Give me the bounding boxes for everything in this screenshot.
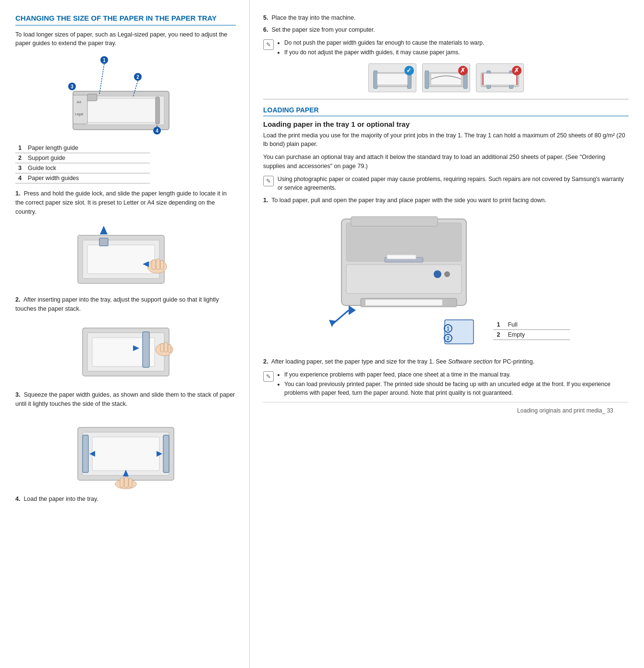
svg-text:3: 3 bbox=[71, 84, 73, 89]
svg-rect-33 bbox=[143, 332, 149, 367]
svg-point-72 bbox=[434, 270, 441, 278]
svg-rect-43 bbox=[163, 435, 169, 473]
left-section-title: CHANGING THE SIZE OF THE PAPER IN THE PA… bbox=[15, 13, 236, 25]
check-mark: ✓ bbox=[404, 66, 414, 75]
note-icon-2: ✎ bbox=[263, 176, 274, 186]
svg-rect-6 bbox=[73, 95, 87, 124]
svg-rect-28 bbox=[160, 260, 164, 269]
parts-num-2: 2 bbox=[15, 153, 25, 163]
indicator-row-1: 1 Full bbox=[493, 320, 570, 330]
indicator-row-2: 2 Empty bbox=[493, 330, 570, 340]
printer-svg: 1 2 bbox=[322, 209, 486, 351]
svg-rect-41 bbox=[92, 437, 159, 471]
parts-table: 1 Paper length guide 2 Support guide 3 G… bbox=[15, 143, 150, 183]
parts-num-3: 3 bbox=[15, 163, 25, 173]
svg-line-11 bbox=[99, 64, 104, 94]
loading-p2: You can purchase an optional tray and at… bbox=[263, 153, 629, 171]
svg-rect-58 bbox=[425, 71, 428, 88]
svg-text:Legal: Legal bbox=[75, 112, 84, 116]
svg-rect-42 bbox=[83, 435, 88, 473]
svg-rect-26 bbox=[152, 260, 156, 269]
loading-step2-text: 2. After loading paper, set the paper ty… bbox=[263, 357, 629, 366]
note-box-1: ✎ Do not push the paper width guides far… bbox=[263, 38, 629, 58]
printer-illustration-container: 1 2 bbox=[322, 209, 486, 352]
step5: 5. Place the tray into the machine. bbox=[263, 13, 629, 23]
parts-label-3: Guide lock bbox=[25, 163, 150, 173]
svg-rect-49 bbox=[129, 478, 132, 487]
indicator-num-2: 2 bbox=[493, 330, 504, 340]
svg-rect-75 bbox=[365, 300, 442, 305]
loading-step1-num: 1. bbox=[263, 197, 268, 204]
svg-rect-23 bbox=[99, 238, 108, 246]
svg-rect-60 bbox=[431, 73, 461, 85]
indicator-table-container: 1 Full 2 Empty bbox=[493, 317, 570, 343]
step3-body: Squeeze the paper width guides, as shown… bbox=[15, 391, 235, 407]
parts-num-4: 4 bbox=[15, 173, 25, 183]
svg-rect-37 bbox=[164, 342, 168, 352]
loading-step1-text: 1. To load paper, pull and open the pape… bbox=[263, 196, 629, 205]
svg-rect-71 bbox=[346, 265, 462, 293]
step4-text: 4. Load the paper into the tray. bbox=[15, 495, 236, 504]
section-divider bbox=[263, 99, 629, 99]
svg-marker-76 bbox=[349, 305, 356, 315]
loading-step1-body: To load paper, pull and open the paper t… bbox=[271, 197, 547, 204]
guide-img-wrong2: ✗ bbox=[476, 63, 524, 92]
parts-row-3: 3 Guide lock bbox=[15, 163, 150, 173]
loading-subtitle: Loading paper in the tray 1 or optional … bbox=[263, 120, 629, 128]
step1-svg bbox=[68, 221, 183, 291]
step4-body: Load the paper into the tray. bbox=[24, 496, 98, 502]
step2-svg bbox=[68, 318, 183, 386]
svg-rect-65 bbox=[483, 73, 517, 85]
svg-rect-55 bbox=[377, 73, 407, 85]
svg-rect-2 bbox=[83, 98, 159, 122]
parts-label-2: Support guide bbox=[25, 153, 150, 163]
svg-rect-53 bbox=[373, 71, 377, 88]
note-box-3: ✎ If you experience problems with paper … bbox=[263, 370, 629, 398]
note1-bullet1: Do not push the paper width guides far e… bbox=[284, 38, 484, 47]
svg-rect-5 bbox=[87, 94, 97, 101]
step3-text: 3. Squeeze the paper width guides, as sh… bbox=[15, 390, 236, 409]
loading-p1: Load the print media you use for the maj… bbox=[263, 131, 629, 149]
step1-num: 1. bbox=[15, 190, 20, 197]
svg-marker-78 bbox=[329, 320, 336, 327]
svg-text:A4: A4 bbox=[77, 100, 81, 104]
note-content-1: Do not push the paper width guides far e… bbox=[278, 38, 484, 58]
svg-rect-47 bbox=[120, 478, 124, 487]
step1-text: 1. Press and hold the guide lock, and sl… bbox=[15, 189, 236, 216]
svg-rect-38 bbox=[168, 344, 171, 352]
guide-img-wrong1: ✗ bbox=[422, 63, 470, 92]
tray-diagram-svg: A4 Legal 1 2 3 4 bbox=[63, 53, 188, 137]
step2-illustration bbox=[15, 318, 236, 386]
note-icon-3: ✎ bbox=[263, 371, 274, 382]
left-column: CHANGING THE SIZE OF THE PAPER IN THE PA… bbox=[0, 0, 250, 668]
tray-diagram-area: A4 Legal 1 2 3 4 bbox=[15, 53, 236, 138]
step6: 6. Set the paper size from your computer… bbox=[263, 25, 629, 35]
footer-text: Loading originals and print media_ 33 bbox=[517, 407, 613, 414]
step4-num: 4. bbox=[15, 496, 20, 502]
right-column: 5. Place the tray into the machine. 6. S… bbox=[250, 0, 644, 668]
svg-rect-48 bbox=[124, 477, 128, 487]
parts-row-2: 2 Support guide bbox=[15, 153, 150, 163]
indicator-label-2: Empty bbox=[504, 330, 570, 340]
guide-img-correct: ✓ bbox=[368, 63, 416, 92]
note-icon-1: ✎ bbox=[263, 39, 274, 50]
parts-label-4: Paper width guides bbox=[25, 173, 150, 183]
svg-point-73 bbox=[444, 271, 450, 277]
svg-rect-70 bbox=[351, 217, 437, 226]
parts-row-1: 1 Paper length guide bbox=[15, 143, 150, 153]
svg-text:4: 4 bbox=[156, 128, 158, 134]
parts-label-1: Paper length guide bbox=[25, 143, 150, 153]
note3-bullet1: If you experience problems with paper fe… bbox=[284, 370, 629, 379]
note-content-3: If you experience problems with paper fe… bbox=[278, 370, 629, 398]
parts-row-4: 4 Paper width guides bbox=[15, 173, 150, 183]
step2-text: 2. After inserting paper into the tray, … bbox=[15, 295, 236, 314]
note-box-2: ✎ Using photographic paper or coated pap… bbox=[263, 175, 629, 192]
svg-text:1: 1 bbox=[103, 58, 106, 63]
cross-mark-2: ✗ bbox=[512, 66, 522, 75]
indicator-num-1: 1 bbox=[493, 320, 504, 330]
step1-illustration bbox=[15, 221, 236, 291]
page-footer: Loading originals and print media_ 33 bbox=[263, 402, 629, 419]
loading-step2-italic: Software section bbox=[448, 358, 492, 365]
step3-svg bbox=[68, 413, 183, 490]
svg-rect-27 bbox=[156, 259, 160, 269]
